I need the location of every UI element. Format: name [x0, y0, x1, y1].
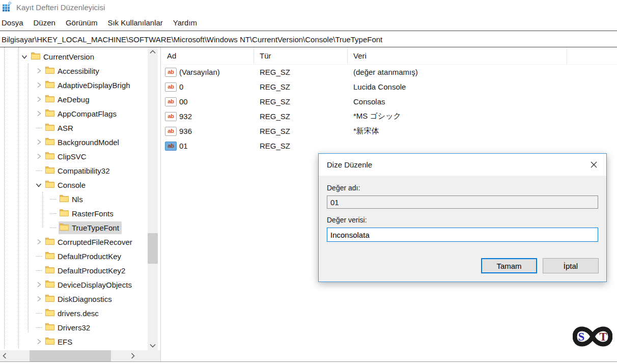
menu-item-yard-m[interactable]: Yardım	[168, 18, 202, 27]
tree-key-rasterfonts[interactable]: RasterFonts	[0, 206, 148, 220]
value-row[interactable]: ab 932 REG_SZ *MS ゴシック	[161, 109, 617, 124]
tree-key-label: DefaultProductKey	[58, 252, 121, 261]
tree-key-devicedisplayobjects[interactable]: DeviceDisplayObjects	[0, 277, 148, 292]
value-row[interactable]: ab 01 REG_SZ	[161, 138, 617, 153]
tree-key-drivers32[interactable]: Drivers32	[0, 320, 148, 334]
dialog-title-bar[interactable]: Dize Düzenle	[319, 154, 606, 176]
tree-vertical-scrollbar[interactable]	[148, 47, 158, 350]
svg-text:S: S	[578, 330, 585, 343]
tree-horizontal-scrollbar[interactable]	[0, 350, 161, 361]
column-header-type[interactable]: Tür	[254, 47, 348, 64]
tree-key-label: CorruptedFileRecover	[58, 238, 132, 246]
tree-key-aedebug[interactable]: AeDebug	[0, 92, 148, 106]
tree-key-diskdiagnostics[interactable]: DiskDiagnostics	[0, 292, 148, 306]
chevron-right-icon[interactable]	[35, 96, 43, 103]
chevron-right-icon[interactable]	[35, 138, 43, 146]
chevron-right-icon[interactable]	[35, 81, 43, 89]
scroll-right-icon[interactable]	[128, 350, 137, 361]
vertical-scroll-thumb[interactable]	[148, 233, 158, 264]
value-row[interactable]: ab 00 REG_SZ Consolas	[161, 94, 617, 109]
tree-key-truetypefont[interactable]: TrueTypeFont	[0, 220, 148, 235]
tree-key-console[interactable]: Console	[0, 178, 148, 192]
folder-icon	[45, 180, 54, 190]
value-row[interactable]: ab 936 REG_SZ *新宋体	[161, 124, 617, 138]
values-list: ab (Varsayılan) REG_SZ (değer atanmamış)…	[161, 65, 617, 153]
tree-key-asr[interactable]: ASR	[0, 121, 148, 135]
tree-connector	[35, 267, 43, 274]
ok-button[interactable]: Tamam	[481, 258, 537, 273]
tree-key-drivers-desc[interactable]: drivers.desc	[0, 306, 148, 320]
tree-key-appcompatflags[interactable]: AppCompatFlags	[0, 106, 148, 121]
close-icon[interactable]	[589, 160, 598, 170]
folder-icon	[45, 337, 54, 347]
tree-key-efs[interactable]: EFS	[0, 334, 148, 349]
value-type: REG_SZ	[254, 127, 348, 135]
tree-key-label: Console	[58, 181, 86, 189]
tree-key-currentversion[interactable]: CurrentVersion	[0, 49, 148, 64]
tree-key-defaultproductkey[interactable]: DefaultProductKey	[0, 249, 148, 263]
folder-icon	[45, 309, 54, 318]
value-data-field[interactable]	[327, 228, 598, 242]
horizontal-scroll-thumb[interactable]	[30, 350, 111, 361]
folder-icon	[45, 109, 54, 119]
value-name: 0	[179, 82, 183, 91]
value-name: 00	[179, 97, 188, 106]
column-header-data[interactable]: Veri	[348, 47, 567, 64]
edit-string-dialog: Dize Düzenle Değer adı: Değer verisi: Ta…	[318, 153, 607, 282]
folder-icon	[45, 95, 54, 104]
column-header-name[interactable]: Ad	[161, 47, 254, 64]
tree-key-defaultproductkey2[interactable]: DefaultProductKey2	[0, 263, 148, 277]
list-header: Ad Tür Veri	[161, 47, 617, 65]
menu-item-dosya[interactable]: Dosya	[0, 18, 29, 27]
tree-key-label: Compatibility32	[58, 166, 110, 175]
chevron-down-icon[interactable]	[20, 53, 29, 60]
chevron-right-icon[interactable]	[35, 153, 43, 160]
scroll-down-icon[interactable]	[148, 341, 158, 350]
folder-icon	[45, 323, 54, 332]
tree-key-adaptivedisplaybrigh[interactable]: AdaptiveDisplayBrigh	[0, 78, 148, 92]
tree-key-label: RasterFonts	[72, 209, 114, 218]
folder-icon	[45, 237, 54, 247]
string-value-icon: ab	[165, 127, 177, 136]
tree-key-nls[interactable]: Nls	[0, 192, 148, 206]
value-data: *MS ゴシック	[348, 111, 567, 121]
tree-connector	[35, 310, 43, 317]
chevron-right-icon[interactable]	[35, 295, 43, 302]
menu-item-g-r-n-m[interactable]: Görünüm	[61, 18, 103, 27]
value-row[interactable]: ab (Varsayılan) REG_SZ (değer atanmamış)	[161, 65, 617, 79]
dialog-body: Değer adı: Değer verisi: Tamam İptal	[319, 176, 606, 282]
tree-key-label: Nls	[72, 195, 83, 204]
value-type: REG_SZ	[254, 112, 348, 121]
chevron-right-icon[interactable]	[35, 281, 43, 288]
tree-key-label: Drivers32	[58, 323, 90, 332]
tree-connector	[49, 210, 57, 217]
string-value-icon: ab	[165, 142, 177, 151]
chevron-right-icon[interactable]	[35, 338, 43, 345]
chevron-down-icon[interactable]	[35, 181, 43, 188]
value-row[interactable]: ab 0 REG_SZ Lucida Console	[161, 79, 617, 94]
tree-key-clipsvc[interactable]: ClipSVC	[0, 149, 148, 163]
tree-key-compatibility32[interactable]: Compatibility32	[0, 163, 148, 178]
chevron-right-icon[interactable]	[35, 110, 43, 117]
menu-item-s-k-kullan-lanlar[interactable]: Sık Kullanılanlar	[102, 18, 167, 27]
folder-icon	[45, 80, 54, 90]
chevron-right-icon[interactable]	[35, 238, 43, 245]
scroll-up-icon[interactable]	[148, 47, 158, 57]
folder-icon	[60, 194, 69, 204]
tree-key-backgroundmodel[interactable]: BackgroundModel	[0, 135, 148, 149]
folder-icon	[45, 66, 54, 76]
value-name-field[interactable]	[327, 195, 598, 209]
tree-key-label: AppCompatFlags	[58, 109, 117, 118]
folder-icon	[31, 52, 40, 62]
tree-connector	[35, 167, 43, 174]
folder-icon	[45, 123, 54, 133]
value-data: Lucida Console	[348, 82, 567, 91]
chevron-right-icon[interactable]	[35, 67, 43, 74]
scroll-left-icon[interactable]	[0, 350, 9, 361]
cancel-button[interactable]: İptal	[543, 258, 599, 273]
tree-key-accessibility[interactable]: Accessibility	[0, 64, 148, 78]
tree-key-corruptedfilerecover[interactable]: CorruptedFileRecover	[0, 235, 148, 249]
menu-item-d-zen[interactable]: Düzen	[29, 18, 61, 27]
value-name: 01	[179, 142, 188, 150]
address-bar[interactable]: Bilgisayar\HKEY_LOCAL_MACHINE\SOFTWARE\M…	[0, 32, 617, 47]
